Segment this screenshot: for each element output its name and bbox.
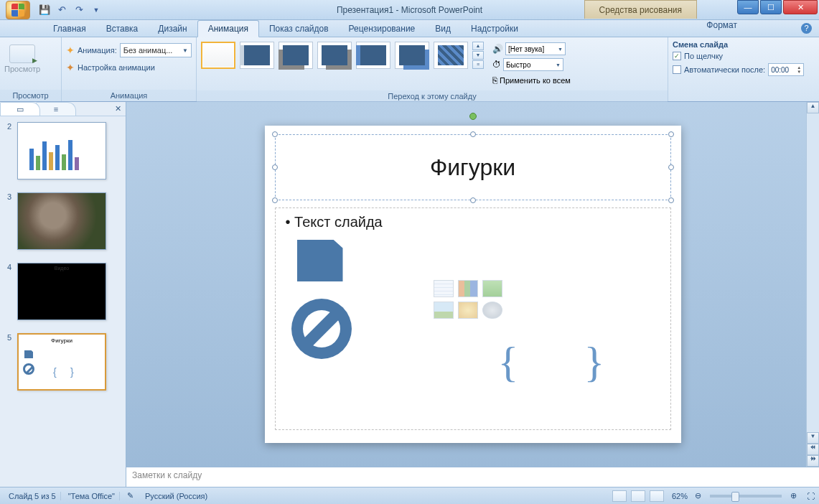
apply-all-icon: ⎘ (492, 75, 497, 85)
fit-window-icon[interactable]: ⛶ (807, 492, 815, 500)
scroll-down[interactable]: ▼ (807, 432, 819, 444)
insert-clipart-icon[interactable] (458, 302, 478, 319)
slide-thumb-5[interactable]: 5 Фигурки { } (7, 333, 118, 391)
transition-thumb[interactable] (356, 42, 390, 69)
zoom-out-icon[interactable]: ⊖ (695, 491, 701, 500)
resize-handle[interactable] (668, 131, 674, 137)
window-title: Презентация1 - Microsoft PowerPoint (337, 5, 482, 15)
help-icon[interactable]: ? (801, 23, 812, 34)
vertical-scrollbar[interactable]: ▲ ▼ ⯬ ⯮ (806, 102, 819, 467)
slide-thumb-2[interactable]: 2 (7, 122, 118, 179)
transition-thumb[interactable] (434, 42, 468, 69)
content-type-icons (434, 280, 502, 319)
notes-pane[interactable]: Заметки к слайду (126, 467, 819, 487)
zoom-value[interactable]: 62% (672, 492, 688, 500)
notes-placeholder: Заметки к слайду (132, 470, 202, 480)
redo-icon[interactable]: ↷ (72, 4, 85, 17)
transition-thumb[interactable] (395, 42, 429, 69)
status-slide[interactable]: Слайд 5 из 5 (4, 492, 61, 500)
panel-close-icon[interactable]: ✕ (115, 104, 121, 113)
drawing-tools-context: Средства рисования (584, 0, 697, 19)
sound-icon: 🔊 (492, 44, 503, 54)
tab-review[interactable]: Рецензирование (339, 20, 426, 37)
prev-slide-icon[interactable]: ⯬ (807, 444, 819, 455)
transition-thumb[interactable] (240, 42, 274, 69)
shape-brace-right[interactable]: } (584, 337, 605, 387)
tab-slideshow[interactable]: Показ слайдов (259, 20, 339, 37)
shape-snip-rectangle[interactable] (297, 240, 343, 281)
undo-icon[interactable]: ↶ (55, 4, 68, 17)
resize-handle[interactable] (272, 164, 278, 170)
slide-title-text[interactable]: Фигурки (430, 154, 515, 181)
maximize-button[interactable]: ☐ (760, 0, 782, 14)
minimize-button[interactable]: — (737, 0, 759, 14)
next-slide-icon[interactable]: ⯮ (807, 455, 819, 467)
resize-handle[interactable] (668, 197, 674, 203)
group-transition: ▲▼≡ 🔊 [Нет звука] ▼ ⏱ Быстро ▼ (197, 37, 668, 101)
title-bar: 💾 ↶ ↷ ▼ Презентация1 - Microsoft PowerPo… (0, 0, 819, 20)
title-placeholder[interactable]: Фигурки (275, 134, 671, 200)
sound-combo[interactable]: [Нет звука] ▼ (505, 42, 566, 55)
insert-picture-icon[interactable] (434, 302, 454, 319)
on-click-checkbox[interactable]: ✓ (673, 52, 681, 60)
preview-icon (9, 45, 35, 63)
gallery-scroll[interactable]: ▲▼≡ (472, 42, 484, 69)
slideshow-view-button[interactable] (650, 490, 664, 502)
spellcheck-icon[interactable]: ✎ (127, 491, 134, 500)
zoom-in-icon[interactable]: ⊕ (790, 491, 797, 500)
transition-none[interactable] (201, 42, 235, 69)
apply-all-button[interactable]: ⎘ Применить ко всем (492, 73, 571, 88)
slide-canvas[interactable]: Фигурки Текст слайда { } (265, 126, 681, 443)
insert-smartart-icon[interactable] (482, 280, 502, 297)
group-preview: Просмотр Просмотр (0, 37, 62, 101)
insert-table-icon[interactable] (434, 280, 454, 297)
speed-combo[interactable]: Быстро ▼ (503, 58, 563, 71)
slide-body-text[interactable]: Текст слайда (286, 214, 660, 230)
normal-view-button[interactable] (612, 490, 627, 502)
transition-thumb[interactable] (317, 42, 352, 69)
office-button[interactable] (2, 0, 34, 20)
tab-animation[interactable]: Анимация (197, 20, 259, 37)
close-button[interactable]: ✕ (783, 0, 818, 14)
speed-icon: ⏱ (492, 60, 501, 70)
tab-view[interactable]: Вид (425, 20, 461, 37)
shape-brace-left[interactable]: { (498, 337, 519, 387)
auto-time-input[interactable]: 00:00 ▲▼ (768, 63, 804, 76)
animation-combo[interactable]: Без анимац... ▼ (120, 43, 192, 57)
resize-handle[interactable] (470, 197, 476, 203)
resize-handle[interactable] (272, 197, 278, 203)
insert-media-icon[interactable] (482, 302, 502, 319)
zoom-slider[interactable] (710, 495, 782, 498)
shape-no-symbol[interactable] (291, 299, 352, 359)
custom-animation-label: Настройка анимации (78, 63, 155, 72)
rotate-handle[interactable] (469, 113, 477, 120)
status-theme[interactable]: "Тема Office" (64, 492, 120, 500)
scroll-up[interactable]: ▲ (807, 102, 819, 113)
tab-addins[interactable]: Надстройки (461, 20, 528, 37)
status-language[interactable]: Русский (Россия) (141, 492, 212, 500)
outline-tab[interactable]: ≡ (36, 102, 76, 116)
tab-insert[interactable]: Вставка (96, 20, 149, 37)
resize-handle[interactable] (668, 164, 674, 170)
slide-thumb-4[interactable]: 4 Видео (7, 263, 118, 320)
sorter-view-button[interactable] (631, 490, 645, 502)
transition-thumb[interactable] (279, 42, 313, 69)
insert-chart-icon[interactable] (458, 280, 478, 297)
animation-value: Без анимац... (123, 46, 173, 55)
preview-button[interactable]: Просмотр (4, 40, 40, 73)
resize-handle[interactable] (470, 131, 476, 137)
tab-home[interactable]: Главная (43, 20, 96, 37)
group-animation-label: Анимация (62, 90, 196, 101)
slide-thumb-3[interactable]: 3 (7, 192, 118, 250)
content-placeholder[interactable]: Текст слайда { } (275, 207, 671, 430)
slides-tab[interactable]: ▭ (0, 102, 40, 116)
auto-checkbox[interactable] (673, 65, 681, 74)
ribbon-tabs: Главная Вставка Дизайн Анимация Показ сл… (0, 20, 819, 37)
tab-design[interactable]: Дизайн (148, 20, 197, 37)
tab-format[interactable]: Формат (696, 20, 747, 30)
resize-handle[interactable] (272, 131, 278, 137)
qat-dropdown-icon[interactable]: ▼ (90, 4, 103, 17)
custom-animation-button[interactable]: ✦ Настройка анимации (66, 62, 192, 73)
status-bar: Слайд 5 из 5 "Тема Office" ✎ Русский (Ро… (0, 487, 819, 504)
save-icon[interactable]: 💾 (38, 4, 51, 17)
